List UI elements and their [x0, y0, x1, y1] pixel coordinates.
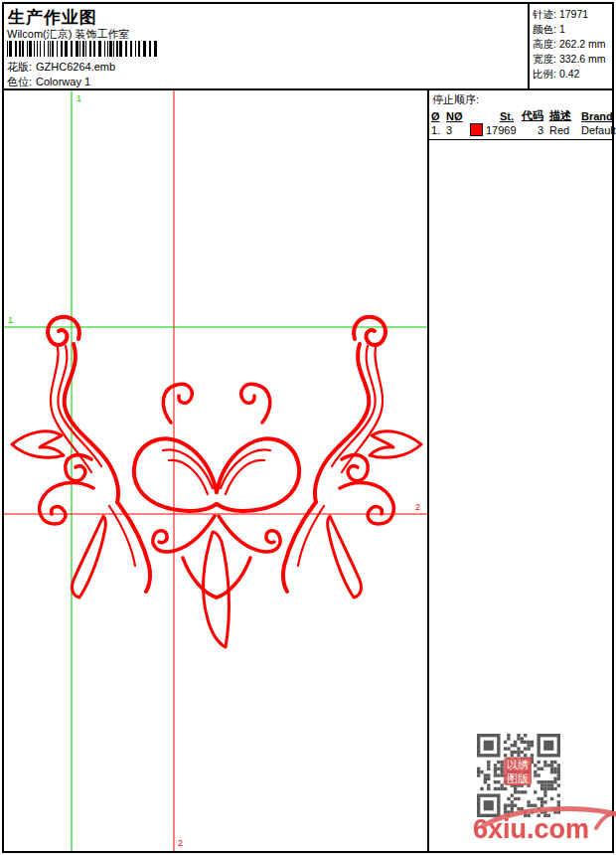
col-stitches: St. [470, 110, 520, 122]
design-file-value: GZHC6264.emb [36, 61, 115, 73]
scale-row: 比例:0.42 [533, 67, 612, 82]
header: 生产作业图 Wilcom(汇京) 装饰工作室 花版:GZHC6264.emb 色… [4, 4, 612, 90]
design-file-row: 花版:GZHC6264.emb [7, 60, 115, 75]
col-number: Ø [431, 110, 444, 122]
barcode [7, 41, 158, 57]
ornament-left-half [12, 317, 217, 598]
height-label: 高度: [533, 38, 556, 50]
col-needle: NØ [446, 110, 468, 122]
width-label: 宽度: [533, 53, 556, 65]
marker2-label-right: 2 [415, 502, 420, 512]
stop-sequence-title: 停止顺序: [429, 90, 612, 108]
studio-name: Wilcom(汇京) 装饰工作室 [7, 27, 129, 42]
colorway-label: 色位: [7, 76, 32, 87]
scale-label: 比例: [533, 68, 556, 80]
width-row: 宽度:332.6 mm [533, 52, 612, 67]
stitch-count-value: 17971 [559, 8, 588, 20]
height-row: 高度:262.2 mm [533, 37, 612, 52]
color-count-value: 1 [559, 23, 565, 35]
colorway-value: Colorway 1 [36, 76, 90, 87]
width-value: 332.6 mm [559, 53, 606, 65]
design-file-label: 花版: [7, 61, 32, 73]
watermark: 6xiu.com [469, 802, 616, 848]
col-description: 描述 [549, 108, 579, 123]
design-info-box: 针迹:17971 颜色:1 高度:262.2 mm 宽度:332.6 mm 比例… [528, 4, 612, 88]
embroidery-design-svg: 1 1 2 2 [4, 90, 427, 851]
thread-color-swatch [470, 123, 483, 136]
stitch-count-row: 针迹:17971 [533, 7, 612, 22]
cell-brand: Default [581, 124, 616, 136]
watermark-text: 6xiu.com [473, 814, 589, 845]
design-canvas: 1 1 2 2 [4, 90, 429, 851]
table-header-row: Ø NØ St. 代码 描述 Brand 元素 [431, 108, 610, 123]
stop-sequence-table: Ø NØ St. 代码 描述 Brand 元素 1. 3 17969 3 [429, 108, 612, 140]
ornament-right-half [217, 317, 421, 598]
color-count-row: 颜色:1 [533, 22, 612, 37]
cell-stitches-value: 17969 [486, 124, 517, 136]
page-title: 生产作业图 [8, 6, 97, 29]
cell-seq: 1. [431, 124, 444, 136]
stop-sequence-panel: 停止顺序: Ø NØ St. 代码 描述 Brand 元素 1. 3 17969 [429, 90, 612, 851]
marker1-label-top: 1 [77, 93, 81, 103]
col-brand: Brand [581, 110, 616, 122]
red-seal-stamp: 以绣图版 [504, 758, 532, 785]
cell-description: Red [549, 124, 579, 136]
col-code: 代码 [522, 108, 547, 123]
colorway-row: 色位:Colorway 1 [7, 75, 90, 89]
scale-value: 0.42 [559, 68, 579, 80]
main-region: 1 1 2 2 [4, 90, 612, 851]
cell-stitches: 17969 [470, 123, 520, 136]
height-value: 262.2 mm [559, 38, 606, 50]
marker2-label-bottom: 2 [178, 838, 183, 848]
cell-code: 3 [522, 124, 547, 136]
ornament-center-leaf [204, 532, 230, 647]
table-row: 1. 3 17969 3 Red Default [431, 123, 610, 136]
marker1-label-left: 1 [8, 315, 13, 325]
color-count-label: 颜色: [533, 23, 556, 35]
worksheet-page: 生产作业图 Wilcom(汇京) 装饰工作室 花版:GZHC6264.emb 色… [2, 2, 614, 853]
stitch-count-label: 针迹: [533, 8, 556, 20]
cell-needle: 3 [446, 124, 468, 136]
